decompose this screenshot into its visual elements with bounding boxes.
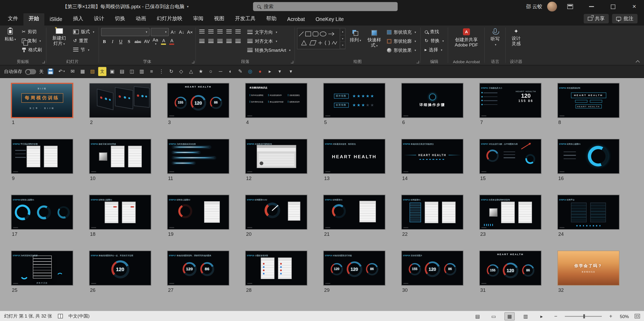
slide-4-thumbnail[interactable]: 本次模仿的知识点制作科技感画框科技感光效制作光效视觉颜色制作简约仪表盘柔化边缘制… [245, 83, 307, 118]
font-size-combo[interactable]: ▾ [151, 28, 169, 36]
paragraph-dialog-launcher-icon[interactable] [291, 61, 293, 63]
slide-3-thumbnail[interactable]: HEART HEALTH15512086 [167, 83, 229, 118]
text-direction-button[interactable]: 文字方向▾ [245, 28, 293, 36]
line-icon[interactable]: ─ [216, 67, 225, 76]
change-case-button[interactable]: Aa▾ [152, 38, 159, 45]
font-color-button[interactable]: A [168, 38, 175, 45]
maximize-button[interactable] [605, 0, 621, 13]
strikethrough-button[interactable]: abc [134, 38, 142, 45]
slide-29-thumbnail[interactable]: STEP19对做好的图形进行排版12012086 [323, 251, 385, 286]
align-center-button[interactable] [207, 37, 215, 45]
slide-28-thumbnail[interactable]: STEP18小图标渐变参数 [245, 251, 307, 286]
format-painter-button[interactable]: 格式刷 [20, 46, 44, 54]
copy-button[interactable]: 复制▾ [20, 37, 44, 45]
rotate-icon[interactable]: ↻ [167, 67, 175, 76]
bold-button[interactable]: B [101, 38, 108, 45]
slide-7-thumbnail[interactable]: STEP01字体颜色及大小HEART HEALTH120155 86 [479, 83, 542, 118]
slide-23-thumbnail[interactable]: STEP13任意多边形绘制科技装饰 [479, 195, 542, 230]
arrange-button[interactable]: 排列▾ [347, 28, 364, 43]
slide-9-thumbnail[interactable]: STEP02平行四边形制作参数 [11, 139, 73, 174]
close-button[interactable]: ✕ [626, 0, 642, 13]
play-icon[interactable]: ▸ [266, 67, 274, 76]
slide-31-thumbnail[interactable]: HEART HEALTH15512086 [479, 251, 542, 286]
ribbon-tab-14[interactable]: OneKey Lite [310, 14, 349, 25]
fit-to-window-icon[interactable] [635, 314, 640, 318]
autosave-toggle[interactable] [25, 69, 36, 74]
slide-5-thumbnail[interactable]: 操作指数★★★★★创意指数★★★★★ [323, 83, 385, 118]
slide-2-thumbnail[interactable] [89, 83, 151, 118]
slide-6-thumbnail[interactable]: 详细操作步骤 [401, 83, 463, 118]
clear-formatting-button[interactable]: A× [186, 28, 194, 36]
align-left-button[interactable] [198, 37, 206, 45]
slide-8-thumbnail[interactable]: STEP02科技感画框绘制HEART HEALTHHEART HEALTH [557, 83, 620, 118]
italic-button[interactable]: I [109, 38, 116, 45]
slide-21-thumbnail[interactable]: STEP11绘制图形01 [323, 195, 385, 230]
slide-18-thumbnail[interactable]: STEP09绘制安心圆圈01 [89, 195, 151, 230]
shapes-gallery-scrollbar[interactable]: ▴ ▾ ≡ [340, 28, 345, 49]
slide-10-thumbnail[interactable]: STEP03修改字体为科技质感 [89, 139, 151, 174]
paste-special-icon[interactable]: ▣ [108, 67, 116, 76]
ribbon-tab-11[interactable]: 开发工具 [230, 13, 261, 25]
table-icon[interactable]: ▦ [79, 67, 87, 76]
ribbon-tab-12[interactable]: 帮助 [261, 13, 282, 25]
shape-triangle-icon[interactable]: △ [187, 67, 195, 76]
reading-view-button[interactable]: ▥ [521, 312, 531, 320]
duplicate-slide-icon[interactable]: ◫ [128, 67, 136, 76]
slide-22-thumbnail[interactable]: STEP12绘制圆形01 [401, 195, 463, 230]
columns-button[interactable] [234, 37, 242, 45]
cut-button[interactable]: ✂剪切 [20, 28, 44, 36]
mail-icon[interactable]: ✉ [68, 67, 77, 76]
ribbon-tab-5[interactable]: 设计 [89, 13, 110, 25]
shapes-gallery[interactable]: ▴ ▾ ≡ [297, 28, 346, 49]
shape-outline-button[interactable]: 形状轮廓▾ [385, 37, 418, 45]
align-text-icon[interactable]: ≡ [148, 67, 156, 76]
slide-12-thumbnail[interactable]: STEP05对光效进行复制排布 [245, 139, 307, 174]
shapes-scroll-up-icon[interactable]: ▴ [340, 28, 345, 35]
design-ideas-button[interactable]: ✦ 设计灵感 [508, 26, 524, 47]
chart-icon[interactable]: ▥ [138, 67, 146, 76]
ribbon-display-options-button[interactable] [562, 0, 578, 13]
find-button[interactable]: 查找 [423, 28, 446, 36]
ribbon-tab-6[interactable]: 切换 [110, 13, 131, 25]
slide-26-thumbnail[interactable]: STEP16将做好的图形拼在一起、并添加文字说明120 [89, 251, 151, 286]
highlight-text-icon[interactable]: 文 [98, 67, 106, 76]
slide-30-thumbnail[interactable]: STEP20添加背景图片15512086 [401, 251, 463, 286]
zoom-out-button[interactable]: − [552, 313, 559, 319]
ribbon-tab-9[interactable]: 审阅 [188, 13, 209, 25]
font-name-combo[interactable]: ▾ [101, 28, 149, 36]
layout-icon[interactable]: ▤ [118, 67, 126, 76]
create-share-pdf-button[interactable]: A 创建并共享Adobe PDF [450, 26, 483, 48]
undo-button[interactable]: ↶▾ [58, 67, 66, 76]
slide-27-thumbnail[interactable]: STEP17将做好的图形复制、调整得到其他的图表12086 [167, 251, 229, 286]
slideshow-button[interactable]: ▸ [536, 312, 547, 320]
align-text-button[interactable]: 对齐文本▾ [245, 37, 293, 45]
slide-20-thumbnail[interactable]: STEP10绘制图形01/02 [245, 195, 307, 230]
zoom-slider[interactable] [565, 316, 602, 316]
slide-1-thumbnail[interactable]: 第12期每周模仿训练第三季 · 第12期 [11, 83, 73, 118]
zoom-level[interactable]: 50% [620, 314, 629, 319]
more-icon[interactable]: ▾ [276, 67, 284, 76]
drawing-dialog-launcher-icon[interactable] [417, 61, 419, 63]
distribute-icon[interactable]: ⋮ [157, 67, 166, 76]
section-button[interactable]: 节▾ [71, 46, 96, 54]
notes-button[interactable]: ▤ [472, 312, 483, 320]
ribbon-tab-7[interactable]: 动画 [130, 13, 151, 25]
ribbon-tab-1[interactable]: 文件 [2, 13, 23, 25]
justify-button[interactable] [225, 37, 233, 45]
ribbon-tab-2[interactable]: 开始 [23, 13, 44, 25]
slide-15-thumbnail[interactable]: STEP07对信息进行分解，以中间图表为例 [479, 139, 542, 174]
contrast-icon[interactable]: ◐ [226, 67, 235, 76]
grow-font-button[interactable]: A↑ [170, 28, 177, 36]
slide-sorter-area[interactable]: 第12期每周模仿训练第三季 · 第12期12HEART HEALTH155120… [0, 78, 644, 311]
record-ring-icon[interactable]: ◎ [246, 67, 254, 76]
draw-icon[interactable]: ✎ [236, 67, 244, 76]
line-spacing-button[interactable] [234, 28, 242, 35]
record-dot-icon[interactable]: ● [256, 67, 264, 76]
shapes-scroll-down-icon[interactable]: ▾ [340, 35, 345, 42]
avatar[interactable] [547, 2, 557, 11]
shape-circle-icon[interactable]: ○ [207, 67, 215, 76]
slide-sorter-view-button[interactable]: ▦ [504, 312, 515, 320]
save-button[interactable] [46, 67, 55, 76]
qat-overflow-button[interactable]: ▾ [287, 67, 295, 76]
slide-13-thumbnail[interactable]: STEP05对标题添加渐变、模拟发光HEART HEALTH [323, 139, 385, 174]
